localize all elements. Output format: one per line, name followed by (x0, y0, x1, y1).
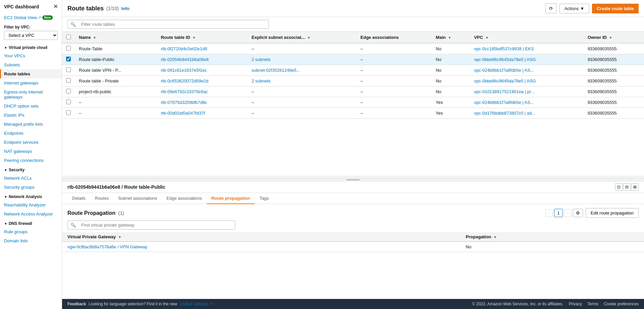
section-vpc[interactable]: ▼ Virtual private cloud (0, 43, 62, 51)
tab-route-propagation[interactable]: Route propagation (207, 193, 255, 204)
col-main[interactable]: Main ▼ (432, 32, 470, 43)
col-owner[interactable]: Owner ID ▼ (584, 32, 644, 43)
sidebar-item-securitygroups[interactable]: Security groups (0, 183, 62, 192)
col-propagation[interactable]: Propagation ▼ (460, 232, 644, 242)
table-cell[interactable]: vpc-024b8bb1f7a8fdb5e | AS... (470, 97, 584, 108)
sidebar-item-domainlists[interactable]: Domain lists (0, 236, 62, 245)
col-vpc[interactable]: VPC ▼ (470, 32, 584, 43)
sidebar-item-endpointservices[interactable]: Endpoint services (0, 138, 62, 147)
sidebar-item-managedprefix[interactable]: Managed prefix lists (0, 120, 62, 129)
col-vgw[interactable]: Virtual Private Gateway ▼ (62, 232, 460, 242)
select-all-checkbox[interactable] (66, 35, 71, 39)
col-rtid[interactable]: Route table ID ▼ (157, 32, 248, 43)
rp-next-button[interactable]: › (564, 209, 572, 217)
row-checkbox[interactable] (66, 78, 71, 83)
footer-privacy[interactable]: Privacy (569, 302, 582, 306)
table-cell[interactable]: vpc-0d176bdbb873807c0 | ad... (470, 108, 584, 119)
panel-half-button[interactable]: ⊟ (623, 183, 631, 191)
search-input[interactable] (79, 20, 268, 28)
create-route-table-button[interactable]: Create route table (592, 4, 639, 13)
row-checkbox[interactable] (66, 67, 71, 72)
table-cell[interactable]: vpc-010138917521901ea | pr... (470, 86, 584, 97)
table-cell[interactable]: 2 subnets (248, 76, 356, 86)
sidebar-item-internetgateways[interactable]: Internet gateways (0, 78, 62, 87)
sidebar-item-subnets[interactable]: Subnets (0, 60, 62, 69)
table-cell[interactable]: vpc-0bbe86c9645da78e0 | ASG (470, 54, 584, 65)
feedback-button[interactable]: Feedback (67, 302, 86, 306)
table-cell[interactable]: vpc-024b8bb1f7a8fdb5e | AS... (470, 65, 584, 76)
section-security[interactable]: ▼ Security (0, 165, 62, 174)
sidebar-item-yourvpcs[interactable]: Your VPCs (0, 51, 62, 60)
tab-edge-associations[interactable]: Edge associations (162, 193, 207, 204)
table-scrollbar[interactable] (62, 176, 644, 178)
panel-collapse-button[interactable]: ⊞ (631, 183, 639, 191)
table-row[interactable]: project-rtb-publicrtb-09e6792c33379c6ac–… (62, 86, 644, 97)
rp-prev-button[interactable]: ‹ (545, 209, 553, 217)
table-cell[interactable]: rtb-00d02af0a047fd37f (157, 108, 248, 119)
sidebar-item-ec2global[interactable]: EC2 Global View ↗ New (0, 13, 62, 22)
table-cell[interactable]: rtb-07875d3209bfb7d8c (157, 97, 248, 108)
table-row[interactable]: Route-Tablertb-0f2720d4c5e02e1d9––Novpc-… (62, 43, 644, 54)
topbar: Route tables (1/10) Info ⟳ Actions ▼ Cre… (62, 0, 644, 17)
panel-drag-handle[interactable] (62, 179, 644, 181)
table-cell: 933609035555 (584, 97, 644, 108)
sidebar-item-networkacls[interactable]: Network ACLs (0, 174, 62, 183)
sidebar-close-icon[interactable]: ✕ (53, 3, 58, 10)
table-cell[interactable]: 2 subnets (248, 54, 356, 65)
row-checkbox[interactable] (66, 46, 71, 51)
section-dns[interactable]: ▼ DNS firewall (0, 219, 62, 227)
section-network[interactable]: ▼ Network Analysis (0, 192, 62, 200)
sidebar-item-dhcp[interactable]: DHCP option sets (0, 102, 62, 111)
table-cell: 933609035555 (584, 76, 644, 86)
table-row[interactable]: Route table - Privatertb-0c653620072d59e… (62, 76, 644, 86)
rp-settings-button[interactable]: ⚙ (573, 209, 583, 217)
select-all-header[interactable] (62, 32, 75, 43)
col-explicit[interactable]: Explicit subnet associat... ▼ (248, 32, 356, 43)
row-checkbox[interactable] (66, 89, 71, 94)
table-row[interactable]: –rtb-07875d3209bfb7d8c––Yesvpc-024b8bb1f… (62, 97, 644, 108)
rp-search-input[interactable] (79, 221, 235, 229)
sidebar-item-networkaccess[interactable]: Network Access Analyzer (0, 209, 62, 219)
filter-vpc-select[interactable]: Select a VPC (4, 31, 58, 40)
sidebar-item-rulegroups[interactable]: Rule groups (0, 227, 62, 236)
unified-settings-link[interactable]: Unified Settings ↗ (180, 302, 212, 306)
tab-routes[interactable]: Routes (90, 193, 113, 204)
panel-expand-button[interactable]: ⊡ (615, 183, 623, 191)
rp-page: 1 (554, 209, 562, 217)
footer-terms[interactable]: Terms (587, 302, 598, 306)
table-cell[interactable]: rtb-09e6792c33379c6ac (157, 86, 248, 97)
table-cell[interactable]: rtb-0f2720d4c5e02e1d9 (157, 43, 248, 54)
table-cell: – (248, 43, 356, 54)
tab-subnet-associations[interactable]: Subnet associations (113, 193, 162, 204)
actions-button[interactable]: Actions ▼ (559, 4, 590, 13)
sidebar-item-natgateways[interactable]: NAT gateways (0, 147, 62, 156)
sidebar-item-elasticips[interactable]: Elastic IPs (0, 111, 62, 120)
table-cell[interactable]: subnet-02f35261248e5... (248, 65, 356, 76)
sidebar-item-routetables[interactable]: Route tables (0, 69, 62, 78)
table-row[interactable]: Route table VPN - P...rtb-091c61e1637e5f… (62, 65, 644, 76)
sidebar-item-egressgateways[interactable]: Egress-only internet gateways (0, 87, 62, 102)
row-checkbox[interactable] (66, 100, 71, 104)
row-checkbox[interactable] (66, 110, 71, 115)
rp-gateway-cell[interactable]: vgw-0cf6ac8b8a7578a6e / VPN Gateway (62, 242, 460, 252)
section-dns-arrow: ▼ (4, 222, 7, 226)
sidebar-item-endpoints[interactable]: Endpoints (0, 129, 62, 138)
col-edge[interactable]: Edge associations (356, 32, 432, 43)
tab-details[interactable]: Details (67, 193, 90, 204)
col-name[interactable]: Name ▼ (75, 32, 157, 43)
table-row[interactable]: –rtb-00d02af0a047fd37f––Yesvpc-0d176bdbb… (62, 108, 644, 119)
table-cell[interactable]: rtb-0c653620072d59e2d (157, 76, 248, 86)
table-cell[interactable]: vpc-0cc185bdf537c9938 | EKS (470, 43, 584, 54)
sidebar-item-reachability[interactable]: Reachability Analyzer (0, 200, 62, 209)
table-cell[interactable]: rtb-02054b9441b6a06e8 (157, 54, 248, 65)
refresh-button[interactable]: ⟳ (545, 3, 557, 13)
row-checkbox[interactable] (66, 57, 71, 61)
footer-cookie[interactable]: Cookie preferences (604, 302, 639, 306)
sidebar-item-peeringconn[interactable]: Peering connections (0, 156, 62, 165)
edit-route-propagation-button[interactable]: Edit route propagation (586, 208, 639, 218)
table-cell[interactable]: rtb-091c61e1637e5f1ec (157, 65, 248, 76)
info-link[interactable]: Info (121, 6, 130, 11)
table-row[interactable]: Route table-Publicrtb-02054b9441b6a06e82… (62, 54, 644, 65)
table-cell[interactable]: vpc-0bbe86c9645da78e0 | ASG (470, 76, 584, 86)
tab-tags[interactable]: Tags (255, 193, 273, 204)
